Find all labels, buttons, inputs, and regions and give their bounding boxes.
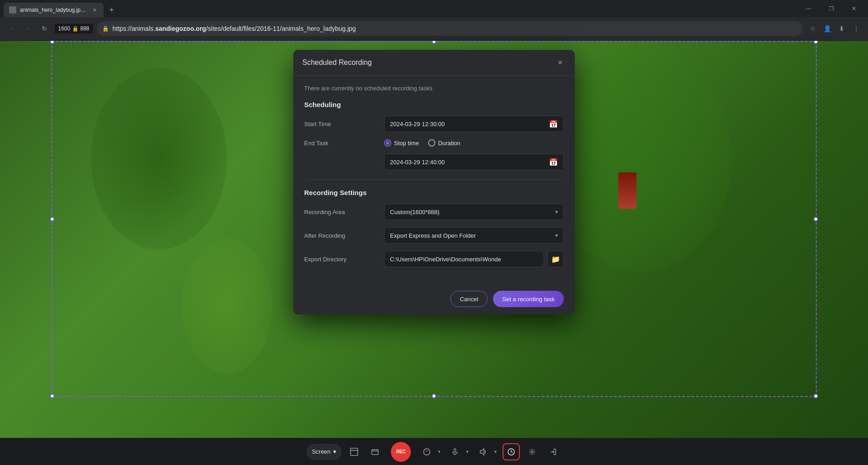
stop-time-radio-circle	[384, 139, 391, 147]
recording-area-dropdown[interactable]: Custom(1600*888) ▾	[384, 204, 564, 220]
after-recording-row: After Recording Export Express and Open …	[304, 227, 564, 244]
settings-button[interactable]	[523, 443, 541, 460]
stop-time-radio[interactable]: Stop time	[384, 139, 419, 147]
cancel-button[interactable]: Cancel	[450, 291, 488, 307]
dialog-footer: Cancel Set a recording task	[293, 284, 575, 314]
fullscreen-button[interactable]	[345, 443, 363, 460]
end-task-row: End Task Stop time Duration	[304, 139, 564, 147]
volume-dropdown-arrow[interactable]: ▾	[492, 443, 499, 460]
audio-button[interactable]	[418, 443, 435, 460]
audio-dropdown-arrow[interactable]: ▾	[435, 443, 443, 460]
volume-arrow-icon: ▾	[494, 449, 497, 454]
export-directory-control: C:\Users\HP\OneDrive\Documents\Wonde 📁	[384, 251, 564, 267]
duration-radio-circle	[428, 139, 435, 147]
export-directory-value: C:\Users\HP\OneDrive\Documents\Wonde	[390, 256, 501, 263]
svg-marker-8	[480, 449, 484, 455]
export-dir-row: C:\Users\HP\OneDrive\Documents\Wonde 📁	[384, 251, 564, 267]
end-time-control: 2024-03-29 12:40:00 📅	[384, 154, 564, 170]
recording-area-value: Custom(1600*888)	[390, 209, 439, 215]
set-recording-task-button[interactable]: Set a recording task	[493, 291, 564, 307]
end-time-value: 2024-03-29 12:40:00	[390, 159, 445, 166]
folder-icon: 📁	[551, 255, 560, 264]
after-recording-dropdown-arrow: ▾	[555, 232, 558, 239]
mic-dropdown-arrow[interactable]: ▾	[464, 443, 471, 460]
mic-group: ▾	[446, 443, 471, 460]
audio-group: ▾	[418, 443, 443, 460]
end-time-row: 2024-03-29 12:40:00 📅	[304, 154, 564, 170]
svg-point-12	[531, 450, 533, 453]
bottom-toolbar: Screen ▾ REC ▾	[0, 438, 868, 465]
recording-settings-title: Recording Settings	[304, 189, 564, 196]
start-time-row: Start Time 2024-03-29 12:30:00 📅	[304, 116, 564, 132]
stop-time-label: Stop time	[394, 140, 419, 147]
record-button[interactable]: REC	[391, 442, 411, 462]
start-time-calendar-icon: 📅	[549, 120, 558, 128]
after-recording-value: Export Express and Open Folder	[390, 232, 476, 239]
dialog-overlay: Scheduled Recording ✕ There are currentl…	[0, 0, 868, 465]
dialog-title: Scheduled Recording	[302, 59, 372, 67]
recording-area-row: Recording Area Custom(1600*888) ▾	[304, 204, 564, 220]
svg-rect-2	[372, 450, 378, 455]
recording-area-dropdown-arrow: ▾	[555, 209, 558, 215]
start-time-control: 2024-03-29 12:30:00 📅	[384, 116, 564, 132]
screen-mode-arrow: ▾	[333, 448, 336, 455]
svg-rect-6	[454, 449, 456, 452]
start-time-input[interactable]: 2024-03-29 12:30:00 📅	[384, 116, 564, 132]
scheduled-recording-dialog: Scheduled Recording ✕ There are currentl…	[293, 50, 575, 314]
schedule-button[interactable]	[503, 443, 520, 460]
svg-point-4	[424, 449, 430, 455]
mic-button[interactable]	[446, 443, 464, 460]
recording-area-control: Custom(1600*888) ▾	[384, 204, 564, 220]
after-recording-label: After Recording	[304, 232, 377, 239]
audio-arrow-icon: ▾	[438, 449, 440, 454]
svg-rect-0	[350, 448, 358, 455]
rec-label: REC	[396, 449, 406, 454]
scheduling-section-title: Scheduling	[304, 101, 564, 108]
recording-area-label: Recording Area	[304, 209, 377, 215]
after-recording-control: Export Express and Open Folder ▾	[384, 227, 564, 244]
end-time-calendar-icon: 📅	[549, 158, 558, 166]
after-recording-dropdown[interactable]: Export Express and Open Folder ▾	[384, 227, 564, 244]
exit-button[interactable]	[544, 443, 562, 460]
export-directory-input[interactable]: C:\Users\HP\OneDrive\Documents\Wonde	[384, 251, 544, 267]
end-task-radio-group: Stop time Duration	[384, 139, 564, 147]
start-time-label: Start Time	[304, 121, 377, 127]
section-divider	[304, 179, 564, 180]
dialog-body: There are currently no scheduled recordi…	[293, 76, 575, 284]
end-task-control: Stop time Duration	[384, 139, 564, 147]
no-tasks-message: There are currently no scheduled recordi…	[304, 85, 564, 92]
mic-arrow-icon: ▾	[466, 449, 469, 454]
screen-mode-dropdown[interactable]: Screen ▾	[306, 444, 342, 460]
export-directory-label: Export Directory	[304, 256, 377, 263]
window-capture-button[interactable]	[366, 443, 384, 460]
duration-label: Duration	[438, 140, 460, 147]
end-time-input[interactable]: 2024-03-29 12:40:00 📅	[384, 154, 564, 170]
volume-group: ▾	[474, 443, 499, 460]
start-time-value: 2024-03-29 12:30:00	[390, 121, 445, 127]
browse-folder-button[interactable]: 📁	[547, 251, 564, 267]
end-task-label: End Task	[304, 140, 377, 147]
duration-radio[interactable]: Duration	[428, 139, 460, 147]
svg-line-11	[511, 452, 513, 453]
volume-button[interactable]	[474, 443, 492, 460]
export-directory-row: Export Directory C:\Users\HP\OneDrive\Do…	[304, 251, 564, 267]
dialog-header: Scheduled Recording ✕	[293, 50, 575, 76]
screen-mode-label: Screen	[312, 448, 330, 455]
dialog-close-button[interactable]: ✕	[555, 57, 566, 68]
